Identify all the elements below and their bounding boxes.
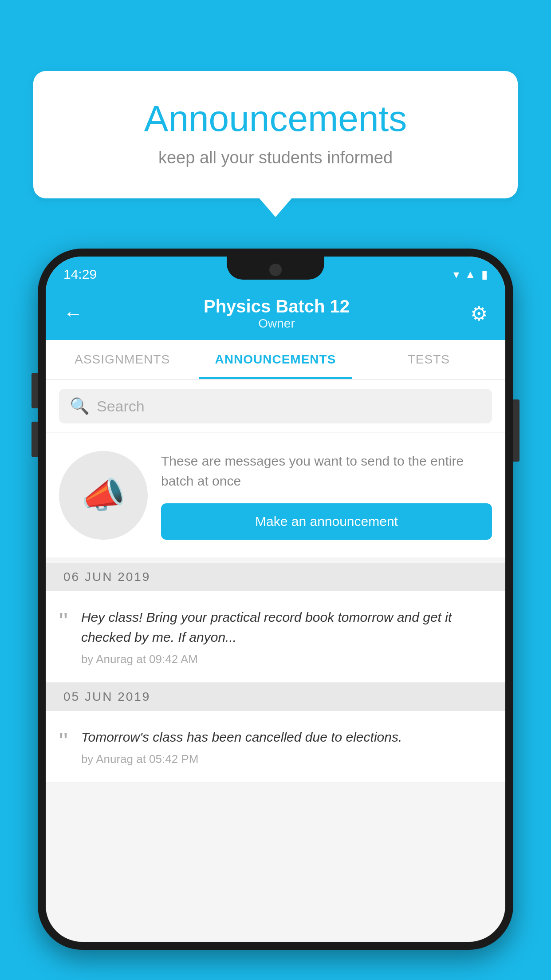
search-bar[interactable]: 🔍 Search	[59, 389, 492, 423]
announcement-content-2: Tomorrow's class has been cancelled due …	[81, 727, 492, 766]
promo-section: 📣 These are messages you want to send to…	[46, 433, 505, 557]
search-placeholder: Search	[97, 398, 145, 415]
content-area: 🔍 Search 📣 These are messages you want t…	[46, 380, 505, 782]
hero-section: Announcements keep all your students inf…	[33, 71, 518, 198]
announcement-icon-circle: 📣	[59, 451, 148, 540]
back-button[interactable]: ←	[63, 302, 83, 324]
announcement-item-1[interactable]: " Hey class! Bring your practical record…	[46, 591, 505, 683]
tab-announcements[interactable]: ANNOUNCEMENTS	[199, 340, 352, 379]
header-center: Physics Batch 12 Owner	[204, 296, 350, 331]
batch-title: Physics Batch 12	[204, 296, 350, 316]
camera-dot	[269, 264, 282, 276]
phone-notch	[227, 257, 324, 280]
promo-description: These are messages you want to send to t…	[161, 451, 492, 491]
date-separator-2: 05 JUN 2019	[46, 683, 505, 711]
wifi-icon: ▾	[453, 268, 459, 281]
search-container: 🔍 Search	[46, 380, 505, 432]
volume-down-button	[31, 422, 38, 457]
volume-up-button	[31, 373, 38, 408]
date-separator-1: 06 JUN 2019	[46, 563, 505, 591]
promo-right: These are messages you want to send to t…	[161, 451, 492, 540]
app-header: ← Physics Batch 12 Owner ⚙	[46, 287, 505, 340]
announcement-meta-2: by Anurag at 05:42 PM	[81, 752, 492, 766]
status-time: 14:29	[63, 267, 97, 282]
quote-icon-2: "	[59, 729, 68, 754]
announcement-meta-1: by Anurag at 09:42 AM	[81, 652, 492, 666]
settings-button[interactable]: ⚙	[470, 302, 488, 325]
tab-assignments[interactable]: ASSIGNMENTS	[46, 340, 199, 379]
user-role: Owner	[204, 316, 350, 331]
phone-screen: 14:29 ▾ ▲ ▮ ← Physics Batch 12 Owner ⚙	[46, 257, 505, 942]
battery-icon: ▮	[481, 268, 488, 281]
megaphone-icon: 📣	[81, 474, 126, 516]
signal-icon: ▲	[464, 268, 476, 281]
announcement-text-2: Tomorrow's class has been cancelled due …	[81, 727, 492, 747]
status-icons: ▾ ▲ ▮	[453, 268, 488, 281]
tab-tests[interactable]: TESTS	[352, 340, 505, 379]
speech-bubble: Announcements keep all your students inf…	[33, 71, 518, 198]
bubble-title: Announcements	[69, 98, 482, 139]
power-button	[513, 399, 520, 462]
phone-wrapper: 14:29 ▾ ▲ ▮ ← Physics Batch 12 Owner ⚙	[38, 249, 513, 980]
quote-icon-1: "	[59, 609, 68, 634]
bubble-subtitle: keep all your students informed	[69, 148, 482, 167]
phone-outer: 14:29 ▾ ▲ ▮ ← Physics Batch 12 Owner ⚙	[38, 249, 513, 950]
announcement-content-1: Hey class! Bring your practical record b…	[81, 607, 492, 666]
tabs-bar: ASSIGNMENTS ANNOUNCEMENTS TESTS	[46, 340, 505, 380]
make-announcement-button[interactable]: Make an announcement	[161, 503, 492, 540]
search-icon: 🔍	[70, 397, 90, 415]
announcement-item-2[interactable]: " Tomorrow's class has been cancelled du…	[46, 711, 505, 782]
announcement-text-1: Hey class! Bring your practical record b…	[81, 607, 492, 647]
